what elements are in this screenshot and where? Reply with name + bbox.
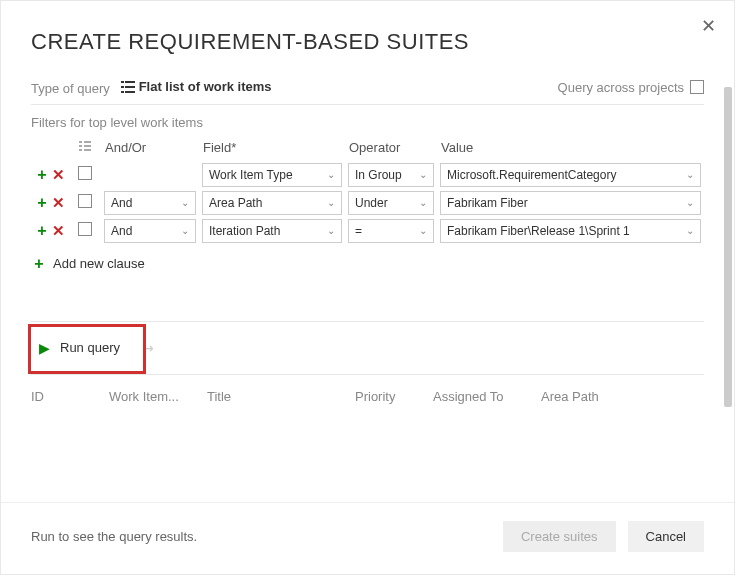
header-andor: And/Or <box>101 136 199 161</box>
add-row-icon[interactable]: + <box>34 194 50 212</box>
create-suites-button[interactable]: Create suites <box>503 521 616 552</box>
delete-row-icon[interactable]: ✕ <box>50 222 66 240</box>
andor-select[interactable]: And⌄ <box>104 191 196 215</box>
filter-row: +✕ And⌄ Iteration Path⌄ =⌄ Fabrikam Fibe… <box>31 217 704 245</box>
dialog-footer: Run to see the query results. Create sui… <box>1 502 734 574</box>
svg-rect-9 <box>84 145 91 147</box>
svg-rect-2 <box>121 86 124 88</box>
column-header-assigned-to[interactable]: Assigned To <box>433 389 513 404</box>
run-query-button[interactable]: ▶ Run query <box>31 336 128 360</box>
chevron-down-icon: ⌄ <box>181 197 189 208</box>
cancel-button[interactable]: Cancel <box>628 521 704 552</box>
chevron-down-icon: ⌄ <box>686 197 694 208</box>
operator-select[interactable]: Under⌄ <box>348 191 434 215</box>
value-input[interactable]: Fabrikam Fiber⌄ <box>440 191 701 215</box>
andor-select[interactable]: And⌄ <box>104 219 196 243</box>
query-across-projects-label: Query across projects <box>558 80 684 95</box>
flat-list-icon <box>121 81 135 93</box>
chevron-down-icon: ⌄ <box>686 225 694 236</box>
results-header: ID Work Item... Title Priority Assigned … <box>31 375 704 418</box>
column-header-id[interactable]: ID <box>31 389 81 404</box>
svg-rect-0 <box>121 81 124 83</box>
dialog-title: CREATE REQUIREMENT-BASED SUITES <box>1 1 734 79</box>
field-select[interactable]: Work Item Type⌄ <box>202 163 342 187</box>
value-input[interactable]: Microsoft.RequirementCategory⌄ <box>440 163 701 187</box>
svg-rect-8 <box>79 145 82 147</box>
column-header-area-path[interactable]: Area Path <box>541 389 599 404</box>
filters-section-label: Filters for top level work items <box>31 115 704 130</box>
add-row-icon[interactable]: + <box>34 222 50 240</box>
row-checkbox[interactable] <box>78 194 92 208</box>
operator-select[interactable]: In Group⌄ <box>348 163 434 187</box>
query-type-value: Flat list of work items <box>139 79 272 94</box>
column-header-work-item[interactable]: Work Item... <box>109 389 179 404</box>
svg-rect-6 <box>79 141 82 143</box>
svg-rect-3 <box>125 86 135 88</box>
query-type-selector[interactable]: Flat list of work items <box>121 79 272 94</box>
chevron-down-icon: ⌄ <box>327 225 335 236</box>
column-header-title[interactable]: Title <box>207 389 327 404</box>
header-value: Value <box>437 136 704 161</box>
close-icon[interactable]: ✕ <box>701 15 716 37</box>
query-type-row: Type of query Flat list of work items Qu… <box>31 79 704 105</box>
type-of-query-label: Type of query <box>31 81 110 96</box>
chevron-down-icon: ⌄ <box>327 197 335 208</box>
plus-icon: + <box>31 255 47 273</box>
scrollbar[interactable] <box>724 87 732 407</box>
chevron-down-icon: ⌄ <box>419 169 427 180</box>
chevron-down-icon: ⌄ <box>419 197 427 208</box>
svg-rect-5 <box>125 91 135 93</box>
column-header-priority[interactable]: Priority <box>355 389 405 404</box>
row-checkbox[interactable] <box>78 166 92 180</box>
svg-rect-4 <box>121 91 124 93</box>
forward-arrow-icon: ↪ <box>142 340 154 356</box>
chevron-down-icon: ⌄ <box>686 169 694 180</box>
query-across-projects-checkbox[interactable] <box>690 80 704 94</box>
footer-message: Run to see the query results. <box>31 529 197 544</box>
row-checkbox[interactable] <box>78 222 92 236</box>
header-field: Field* <box>199 136 345 161</box>
add-row-icon[interactable]: + <box>34 166 50 184</box>
add-clause-label: Add new clause <box>53 256 145 271</box>
field-select[interactable]: Iteration Path⌄ <box>202 219 342 243</box>
chevron-down-icon: ⌄ <box>419 225 427 236</box>
group-icon <box>79 140 91 152</box>
operator-select[interactable]: =⌄ <box>348 219 434 243</box>
run-query-label: Run query <box>60 340 120 355</box>
delete-row-icon[interactable]: ✕ <box>50 166 66 184</box>
svg-rect-10 <box>79 149 82 151</box>
svg-rect-11 <box>84 149 91 151</box>
header-operator: Operator <box>345 136 437 161</box>
value-input[interactable]: Fabrikam Fiber\Release 1\Sprint 1⌄ <box>440 219 701 243</box>
filter-table: And/Or Field* Operator Value +✕ ⌄ Work I… <box>31 136 704 245</box>
delete-row-icon[interactable]: ✕ <box>50 194 66 212</box>
play-icon: ▶ <box>39 340 50 356</box>
chevron-down-icon: ⌄ <box>327 169 335 180</box>
field-select[interactable]: Area Path⌄ <box>202 191 342 215</box>
add-new-clause-button[interactable]: + Add new clause <box>31 255 704 273</box>
chevron-down-icon: ⌄ <box>181 225 189 236</box>
filter-row: +✕ And⌄ Area Path⌄ Under⌄ Fabrikam Fiber… <box>31 189 704 217</box>
svg-rect-1 <box>125 81 135 83</box>
filter-row: +✕ ⌄ Work Item Type⌄ In Group⌄ Microsoft… <box>31 161 704 189</box>
svg-rect-7 <box>84 141 91 143</box>
